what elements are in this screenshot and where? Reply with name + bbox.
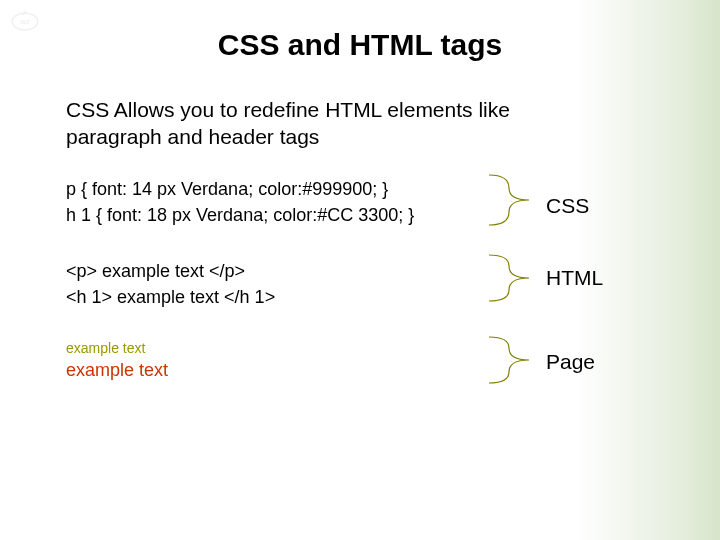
brace-icon — [484, 252, 534, 304]
svg-text:aut: aut — [20, 18, 31, 25]
slide-subtitle: CSS Allows you to redefine HTML elements… — [66, 96, 586, 151]
rendered-paragraph: example text — [66, 340, 168, 356]
css-line-1: p { font: 14 px Verdana; color:#999900; … — [66, 176, 414, 202]
label-page: Page — [546, 350, 595, 374]
slide-title: CSS and HTML tags — [0, 28, 720, 62]
brace-icon — [484, 172, 534, 228]
html-line-2: <h 1> example text </h 1> — [66, 284, 275, 310]
label-css: CSS — [546, 194, 589, 218]
rendered-page-block: example text example text — [66, 340, 168, 381]
label-html: HTML — [546, 266, 603, 290]
brace-icon — [484, 334, 534, 386]
html-line-1: <p> example text </p> — [66, 258, 275, 284]
css-code-block: p { font: 14 px Verdana; color:#999900; … — [66, 176, 414, 228]
css-line-2: h 1 { font: 18 px Verdana; color:#CC 330… — [66, 202, 414, 228]
html-code-block: <p> example text </p> <h 1> example text… — [66, 258, 275, 310]
rendered-heading: example text — [66, 360, 168, 381]
